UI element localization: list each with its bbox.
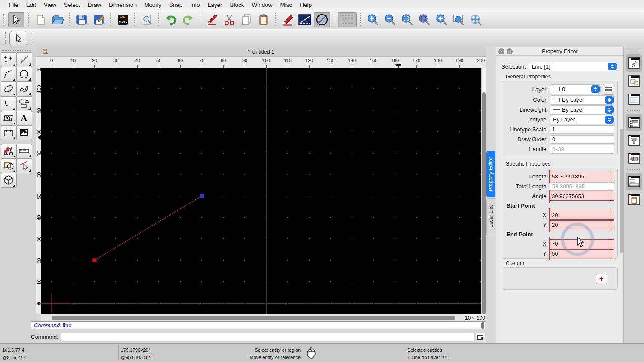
command-input[interactable] — [61, 333, 474, 341]
save-as-button[interactable] — [91, 12, 107, 27]
block-list-dock-button[interactable] — [626, 72, 642, 90]
layer-menu-button[interactable] — [603, 84, 614, 95]
arc-tool-button[interactable] — [1, 67, 17, 82]
cut-button[interactable]: + — [221, 12, 237, 27]
pen-palette-dock-button[interactable] — [626, 150, 642, 167]
command-history-scroll-thumb[interactable] — [481, 322, 484, 329]
menu-info[interactable]: Info — [186, 0, 204, 10]
modify-tools-button[interactable] — [1, 144, 17, 159]
svg-export-button[interactable]: SVG — [115, 12, 131, 27]
delete-entity-button[interactable] — [204, 12, 220, 27]
linetype-combo[interactable]: By Layer — [550, 115, 614, 124]
draw-order-field[interactable]: 0 — [550, 135, 614, 144]
status-bar: 161.6,77.4 @91.6,27.4 179.1796<26° @95.6… — [0, 343, 644, 362]
ellipse-tool-button[interactable] — [1, 81, 17, 97]
toolbar-drag-handle[interactable] — [3, 14, 5, 26]
auto-zoom-button[interactable] — [399, 12, 415, 27]
menu-layer[interactable]: Layer — [204, 0, 226, 10]
library-browser-dock-button[interactable] — [626, 90, 642, 108]
layer-combo[interactable]: 0 — [550, 84, 601, 94]
print-preview-button[interactable] — [139, 12, 155, 27]
menu-dimension[interactable]: Dimension — [105, 0, 140, 10]
redo-button[interactable] — [180, 12, 196, 27]
hatch-tool-button[interactable] — [1, 111, 17, 126]
menu-block[interactable]: Block — [226, 0, 248, 10]
command-options-button[interactable] — [476, 333, 485, 341]
text-tool-button[interactable]: A — [16, 111, 32, 126]
h-scroll-thumb[interactable] — [52, 316, 455, 320]
paste-button[interactable] — [255, 12, 272, 27]
menu-modify[interactable]: Modify — [140, 0, 165, 10]
h-ruler-label: 130 — [327, 58, 334, 63]
clipboard-dock-button[interactable] — [626, 191, 642, 208]
menu-help[interactable]: Help — [296, 0, 316, 10]
document-tab-title[interactable]: * Untitled 1 — [36, 49, 486, 55]
total-length-value: 58.30951895 — [552, 183, 585, 190]
zoom-out-button[interactable] — [382, 12, 398, 27]
canvas-h-scrollbar[interactable] — [41, 315, 464, 321]
measure-tool-button[interactable] — [16, 144, 32, 159]
solid-3d-tool-button[interactable] — [1, 173, 17, 188]
lineweight-combo[interactable]: By Layer — [550, 105, 614, 115]
shapes-tool-button[interactable] — [16, 96, 32, 111]
dock-strip-handle[interactable] — [628, 51, 641, 51]
zoom-previous-button[interactable] — [433, 12, 450, 27]
line-start-handle[interactable] — [93, 259, 97, 262]
line-end-handle[interactable] — [200, 194, 204, 198]
menu-snap[interactable]: Snap — [165, 0, 187, 10]
polyline-tool-button[interactable] — [1, 96, 17, 111]
layer-list-dock-button[interactable] — [626, 114, 642, 131]
add-custom-property-button[interactable]: + — [596, 274, 607, 284]
command-line-dock-button[interactable] — [626, 173, 642, 190]
pen-attributes-button[interactable] — [279, 12, 296, 27]
palette-drag-handle[interactable] — [2, 50, 31, 51]
selection-pointer-button[interactable] — [9, 31, 27, 45]
circle-tool-button[interactable] — [16, 67, 32, 82]
menu-misc[interactable]: Misc — [276, 0, 296, 10]
image-tool-button[interactable] — [16, 125, 32, 140]
menu-select[interactable]: Select — [60, 0, 84, 10]
menu-view[interactable]: View — [40, 0, 60, 10]
angle-field[interactable]: 30.96375653 — [550, 192, 614, 201]
line-tool-button[interactable] — [16, 52, 32, 67]
pan-button[interactable] — [468, 12, 484, 27]
zoom-window-button[interactable] — [450, 12, 467, 27]
dimension-tool-button[interactable] — [1, 125, 17, 140]
copy-button[interactable]: + — [238, 12, 255, 27]
drawing-canvas[interactable] — [41, 68, 481, 314]
zoom-selected-button[interactable] — [416, 12, 432, 27]
color-combo[interactable]: By Layer — [550, 95, 614, 105]
new-document-button[interactable] — [32, 12, 49, 27]
select-line-tool-button[interactable] — [16, 158, 32, 173]
tab-property-editor[interactable]: Property Editor — [486, 151, 495, 197]
linetype-scale-field[interactable]: 1 — [550, 125, 614, 134]
undo-button[interactable] — [163, 12, 179, 27]
grid-toggle-button[interactable] — [338, 12, 357, 27]
menu-window[interactable]: Window — [248, 0, 276, 10]
line-attributes-button[interactable] — [297, 12, 313, 27]
panel-scroll-thumb[interactable] — [620, 129, 623, 253]
v-scroll-thumb[interactable] — [482, 92, 486, 314]
property-editor-dock-button[interactable] — [626, 54, 642, 72]
selection-combo[interactable]: Line [1] — [529, 62, 617, 71]
menu-edit[interactable]: Edit — [22, 0, 40, 10]
tab-layer-list[interactable]: Layer List — [486, 198, 495, 235]
circle-attributes-button[interactable] — [314, 12, 330, 27]
points-tool-button[interactable] — [1, 52, 17, 67]
color-value: By Layer — [562, 97, 584, 103]
start-x-field[interactable]: 20 — [550, 211, 614, 220]
layer-row: Layer: 0 — [502, 84, 617, 95]
length-field[interactable]: 58.30951895 — [550, 172, 614, 181]
selected-line-entity[interactable] — [94, 196, 202, 260]
zoom-in-button[interactable] — [365, 12, 381, 27]
menu-file[interactable]: File — [5, 0, 22, 10]
menu-draw[interactable]: Draw — [84, 0, 106, 10]
layer-filter-dock-button[interactable] — [626, 132, 642, 149]
modify-shapes-button[interactable] — [1, 158, 17, 173]
spline-tool-button[interactable] — [16, 81, 32, 97]
select-arrow-button[interactable] — [8, 12, 24, 27]
toolbar-drag-handle[interactable] — [5, 32, 7, 44]
save-button[interactable] — [73, 12, 90, 27]
canvas-v-scrollbar[interactable] — [482, 68, 486, 314]
open-file-button[interactable] — [49, 12, 66, 27]
